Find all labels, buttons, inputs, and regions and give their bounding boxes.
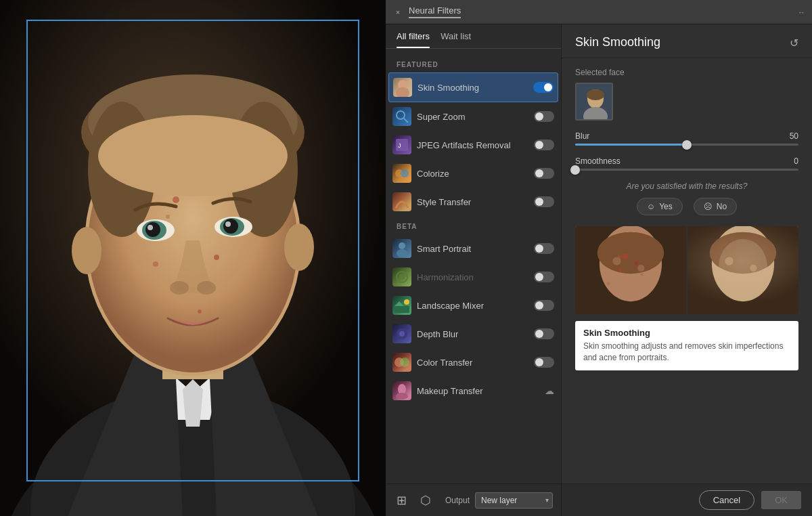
person-photo [0,0,386,516]
svg-point-60 [600,226,662,301]
svg-point-52 [400,358,409,367]
satisfaction-yes-button[interactable]: ☺ Yes [637,198,683,215]
no-label: No [717,202,727,211]
smoothness-slider-track[interactable] [575,169,798,171]
filter-item-makeup-transfer[interactable]: Makeup Transfer ☁ [386,377,561,405]
smart-portrait-icon [392,239,411,258]
filter-item-colorize[interactable]: Colorize [386,159,561,188]
toggle-colorize[interactable] [534,168,554,179]
tooltip-title: Skin Smoothing [583,328,790,338]
svg-point-25 [170,281,189,295]
filter-label-colorize: Colorize [417,169,528,179]
filters-bottom-bar: ⊞ ⬡ Output Current layer New layer New d… [386,483,561,516]
svg-point-27 [173,196,179,203]
svg-rect-59 [575,226,686,314]
svg-point-30 [198,309,202,314]
satisfaction-no-button[interactable]: ☹ No [694,198,737,215]
output-label: Output [445,496,470,505]
layers-icon-button[interactable]: ⊞ [394,490,409,511]
satisfaction-buttons: ☺ Yes ☹ No [637,198,737,215]
filter-item-style-transfer[interactable]: Style Transfer [386,188,561,216]
filter-item-depth-blur[interactable]: Depth Blur [386,320,561,348]
filter-item-smart-portrait[interactable]: Smart Portrait [386,234,561,263]
detail-reset-button[interactable]: ↺ [790,37,798,49]
filter-item-harmonization[interactable]: Harmonization [386,263,561,291]
svg-point-42 [401,169,409,177]
skin-smoothing-icon [393,78,412,97]
blur-slider-section: Blur 50 [575,131,798,146]
before-after-preview [575,226,798,314]
toggle-skin-smoothing[interactable] [533,82,554,93]
panel-expand-button[interactable]: ↔ [798,8,805,16]
harmonization-icon [392,267,411,286]
blur-slider-fill [575,144,687,146]
svg-point-66 [618,268,623,272]
color-transfer-icon [392,353,411,372]
toggle-landscape-mixer[interactable] [534,300,554,311]
toggle-color-transfer[interactable] [534,357,554,368]
panel-body: All filters Wait list FEATURED Skin Smoo… [386,24,812,516]
smoothness-label: Smoothness [575,156,621,166]
svg-point-48 [404,299,409,305]
output-select[interactable]: Current layer New layer New document Sma… [475,492,553,509]
satisfaction-row: Are you satisfied with the results? ☺ Ye… [575,181,798,215]
colorize-icon [392,164,411,183]
panel-close-button[interactable]: × [392,7,403,18]
filter-item-jpeg-artifacts[interactable]: J JPEG Artifacts Removal [386,131,561,159]
style-transfer-icon [392,192,411,211]
svg-point-20 [148,225,153,230]
filter-label-skin-smoothing: Skin Smoothing [418,83,528,93]
toggle-harmonization[interactable] [534,272,554,282]
svg-point-29 [153,261,158,267]
filter-label-super-zoom: Super Zoom [417,112,528,122]
filters-list: FEATURED Skin Smoothing Super Zoom [386,49,561,483]
svg-point-44 [397,249,407,257]
blur-slider-thumb [682,140,692,150]
svg-point-70 [725,257,733,265]
toggle-depth-blur[interactable] [534,328,554,339]
svg-point-31 [166,215,170,219]
depth-blur-icon [392,324,411,343]
svg-rect-47 [394,306,409,313]
tab-all-filters[interactable]: All filters [397,31,430,48]
ok-button[interactable]: OK [761,491,801,509]
action-bar: Cancel OK [562,483,812,516]
svg-point-69 [710,232,776,274]
panel-titlebar: × Neural Filters ↔ [386,0,812,24]
filter-item-landscape-mixer[interactable]: Landscape Mixer [386,291,561,320]
filters-pane: All filters Wait list FEATURED Skin Smoo… [386,24,562,516]
filter-item-super-zoom[interactable]: Super Zoom [386,102,561,131]
smoothness-slider-section: Smoothness 0 [575,156,798,171]
detail-body: Selected face Blur 5 [562,58,812,483]
svg-point-32 [72,227,102,274]
super-zoom-icon [392,107,411,126]
satisfaction-question: Are you satisfied with the results? [627,181,748,191]
smile-icon: ☺ [647,202,655,211]
smart-object-icon-button[interactable]: ⬡ [418,490,434,511]
cancel-button[interactable]: Cancel [699,490,754,510]
filter-label-makeup-transfer: Makeup Transfer [417,386,539,396]
toggle-style-transfer[interactable] [534,196,554,207]
svg-point-50 [399,331,405,337]
toggle-super-zoom[interactable] [534,111,554,122]
toggle-jpeg-artifacts[interactable] [534,139,554,150]
svg-point-64 [623,253,628,259]
filter-label-style-transfer: Style Transfer [417,197,528,207]
landscape-mixer-icon [392,296,411,315]
filter-label-harmonization: Harmonization [417,272,528,282]
svg-point-37 [397,111,405,119]
blur-slider-track[interactable] [575,144,798,146]
svg-line-38 [404,119,408,123]
detail-pane: Skin Smoothing ↺ Selected face [562,24,812,516]
face-thumbnail[interactable] [575,83,613,121]
preview-after [687,226,798,314]
tab-wait-list[interactable]: Wait list [441,31,471,48]
cloud-icon: ☁ [545,385,554,396]
filter-item-skin-smoothing[interactable]: Skin Smoothing [388,72,558,102]
filter-item-color-transfer[interactable]: Color Transfer [386,348,561,377]
section-featured: FEATURED [386,54,561,72]
toggle-smart-portrait[interactable] [534,243,554,254]
selected-face-label: Selected face [575,68,798,77]
smoothness-value: 0 [794,156,798,166]
jpeg-artifacts-icon: J [392,135,411,154]
